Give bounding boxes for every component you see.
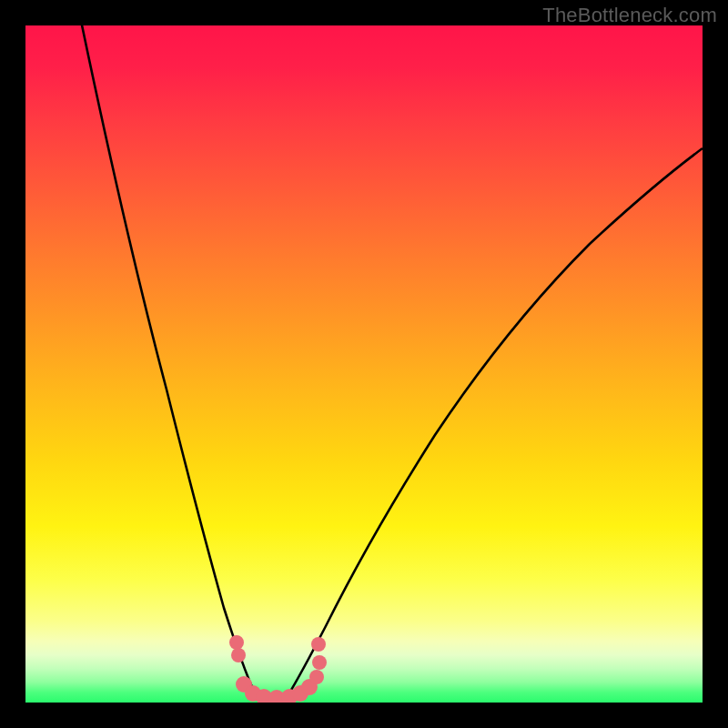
descending-branch (80, 25, 260, 699)
svg-point-11 (311, 637, 326, 652)
plot-area (25, 25, 703, 703)
svg-point-9 (309, 670, 324, 684)
svg-point-0 (229, 635, 244, 650)
chart-curves (25, 25, 703, 703)
svg-point-1 (231, 648, 246, 662)
watermark-text: TheBottleneck.com (542, 4, 717, 27)
ascending-branch (286, 148, 703, 699)
svg-point-10 (312, 655, 327, 670)
chart-frame: TheBottleneck.com (0, 0, 728, 728)
